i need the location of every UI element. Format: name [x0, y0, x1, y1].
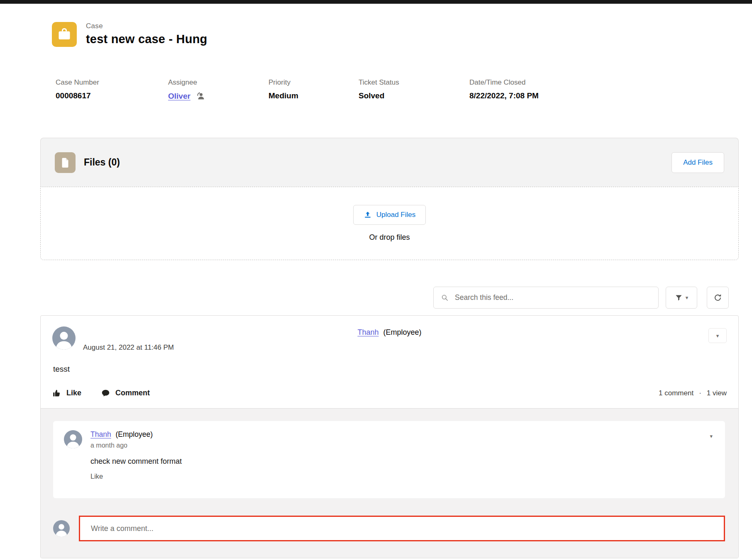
case-page: Case test new case - Hung Case Number 00…	[40, 22, 739, 558]
like-button[interactable]: Like	[52, 389, 81, 397]
comment-button[interactable]: Comment	[101, 389, 150, 397]
comment-bubble-icon	[101, 389, 110, 397]
feed-search-input[interactable]	[454, 293, 651, 302]
field-value: 00008617	[56, 91, 168, 100]
post-actions: Like Comment 1 comment · 1 view	[52, 389, 727, 408]
feed-post: Thanh (Employee) August 21, 2022 at 11:4…	[41, 316, 738, 408]
files-icon	[55, 152, 76, 173]
upload-files-label: Upload Files	[376, 211, 416, 219]
comment-input[interactable]	[80, 517, 724, 540]
feed-search	[433, 287, 659, 309]
field-value: Solved	[359, 91, 469, 100]
assignee-link[interactable]: Oliver	[168, 92, 190, 101]
annotation-highlight-box	[79, 516, 725, 541]
search-icon	[441, 294, 449, 302]
field-label: Assignee	[168, 78, 269, 87]
case-header: Case test new case - Hung	[40, 22, 739, 47]
page-title: test new case - Hung	[86, 32, 207, 46]
comment-author-avatar	[64, 430, 82, 448]
refresh-icon	[713, 293, 722, 302]
field-label: Case Number	[56, 78, 168, 87]
field-priority: Priority Medium	[269, 78, 359, 101]
like-label: Like	[66, 389, 81, 397]
drop-files-text: Or drop files	[369, 233, 410, 242]
files-title: Files (0)	[84, 157, 120, 168]
current-user-avatar	[53, 520, 70, 537]
feed-controls: ▾	[40, 287, 739, 309]
comment-like-button[interactable]: Like	[90, 472, 103, 480]
post-timestamp: August 21, 2022 at 11:46 PM	[83, 343, 727, 352]
comment-body: check new comment format	[90, 457, 182, 466]
file-drop-zone[interactable]: Upload Files Or drop files	[40, 187, 739, 260]
file-icon	[59, 156, 71, 169]
chevron-down-icon: ▾	[716, 333, 719, 338]
feed-refresh-button[interactable]	[707, 287, 729, 309]
post-author-line: Thanh (Employee)	[52, 326, 727, 337]
title-block: Case test new case - Hung	[86, 22, 207, 46]
post-author-link[interactable]: Thanh	[357, 328, 378, 336]
comment-label: Comment	[115, 389, 150, 397]
comment-author-line: Thanh (Employee)	[90, 430, 182, 439]
comment-timestamp: a month ago	[90, 442, 182, 449]
post-menu-button[interactable]: ▾	[708, 328, 727, 343]
post-author-avatar	[52, 326, 76, 350]
field-case-number: Case Number 00008617	[56, 78, 168, 101]
chevron-down-icon: ▾	[710, 433, 713, 439]
dot-separator: ·	[699, 389, 701, 397]
feed-filter-button[interactable]: ▾	[666, 287, 697, 309]
filter-icon	[675, 294, 683, 302]
thumbs-up-icon	[52, 389, 61, 397]
comment-composer	[53, 516, 725, 541]
field-label: Priority	[269, 78, 359, 87]
case-icon	[52, 22, 77, 47]
comment-author-link[interactable]: Thanh	[90, 430, 111, 438]
feed-post-card: Thanh (Employee) August 21, 2022 at 11:4…	[40, 315, 739, 558]
field-label: Ticket Status	[359, 78, 469, 87]
briefcase-icon	[57, 27, 72, 42]
files-card: Files (0) Add Files Upload Files Or drop…	[40, 138, 739, 260]
upload-icon	[364, 211, 372, 219]
post-author-suffix: (Employee)	[383, 328, 422, 336]
comment-author-suffix: (Employee)	[116, 430, 153, 438]
field-ticket-status: Ticket Status Solved	[359, 78, 469, 101]
comment-content: Thanh (Employee) a month ago check new c…	[90, 430, 182, 489]
top-bar	[0, 0, 752, 4]
add-files-button[interactable]: Add Files	[671, 152, 724, 173]
upload-files-button[interactable]: Upload Files	[353, 205, 426, 225]
comment: Thanh (Employee) a month ago check new c…	[53, 421, 725, 498]
case-highlight-fields: Case Number 00008617 Assignee Oliver Pri…	[40, 78, 739, 101]
files-card-header: Files (0) Add Files	[40, 138, 739, 187]
field-assignee: Assignee Oliver	[168, 78, 269, 101]
post-stats: 1 comment · 1 view	[659, 389, 727, 397]
field-value: 8/22/2022, 7:08 PM	[469, 91, 539, 100]
comment-count[interactable]: 1 comment	[659, 389, 693, 397]
entity-label: Case	[86, 22, 207, 30]
change-owner-icon[interactable]	[195, 91, 205, 101]
field-label: Date/Time Closed	[469, 78, 539, 87]
view-count: 1 view	[707, 389, 727, 397]
comment-menu-button[interactable]: ▾	[707, 432, 715, 440]
post-body: tesst	[53, 365, 727, 374]
chevron-down-icon: ▾	[686, 295, 689, 300]
field-date-time-closed: Date/Time Closed 8/22/2022, 7:08 PM	[469, 78, 539, 101]
post-header: Thanh (Employee) August 21, 2022 at 11:4…	[52, 326, 727, 352]
comments-section: Thanh (Employee) a month ago check new c…	[41, 408, 738, 558]
field-value: Medium	[269, 91, 359, 100]
